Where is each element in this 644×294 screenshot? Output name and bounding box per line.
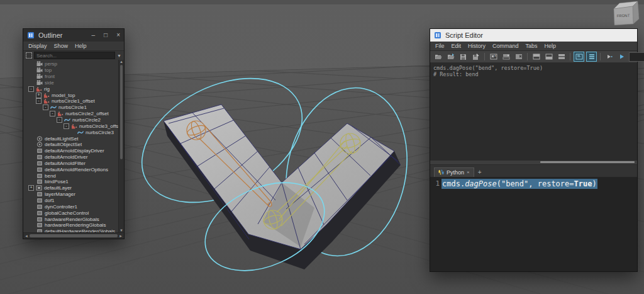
se-menu-file[interactable]: File xyxy=(435,43,445,49)
outliner-item-bend[interactable]: bend xyxy=(23,172,124,179)
outliner-menu-help[interactable]: Help xyxy=(75,43,87,49)
scroll-left-icon[interactable]: ◄ xyxy=(25,234,28,238)
scroll-right-icon[interactable]: ► xyxy=(119,234,123,238)
outliner-item-front[interactable]: front xyxy=(23,74,124,80)
selected-code-text[interactable]: cmds.dagPose("bend", restore=True) xyxy=(441,179,597,189)
outliner-item-bindPose1[interactable]: bindPose1 xyxy=(23,179,124,185)
set-icon xyxy=(36,142,43,147)
clear-all-button[interactable] xyxy=(513,52,524,62)
scroll-down-icon[interactable]: ▼ xyxy=(119,229,123,232)
outliner-item-hardwareRenderingGlobals[interactable]: hardwareRenderingGlobals xyxy=(23,222,124,229)
se-menu-history[interactable]: History xyxy=(468,43,486,49)
open-script-button[interactable] xyxy=(433,52,443,62)
outliner-item-globalCacheControl[interactable]: globalCacheControl xyxy=(23,210,124,216)
outliner-item-dynController1[interactable]: dynController1 xyxy=(23,203,124,210)
outliner-item-defaultArnoldDriver[interactable]: defaultArnoldDriver xyxy=(23,154,124,161)
outliner-item-nurbsCircle2_offset[interactable]: -nurbsCircle2_offset xyxy=(23,111,124,117)
execute-all-button[interactable] xyxy=(616,52,627,62)
outliner-vertical-scrollbar[interactable]: ▲ ▼ xyxy=(118,60,124,232)
tab-close-icon[interactable]: × xyxy=(467,169,470,175)
outliner-item-rig[interactable]: -rig xyxy=(23,86,124,92)
outliner-item-defaultObjectSet[interactable]: defaultObjectSet xyxy=(23,142,124,148)
clear-history-button[interactable] xyxy=(501,52,511,62)
expand-icon[interactable]: + xyxy=(28,185,34,191)
splitter-grip[interactable] xyxy=(540,161,635,163)
outliner-item-nurbsCircle2[interactable]: -nurbsCircle2 xyxy=(23,117,124,123)
script-editor-titlebar[interactable]: Script Editor xyxy=(430,29,637,42)
script-editor-window[interactable]: Script Editor FileEditHistoryCommandTabs… xyxy=(430,28,638,272)
outliner-window[interactable]: Outliner – □ × DisplayShowHelp ▼ perspto… xyxy=(23,28,125,239)
toolbar-separator xyxy=(484,53,485,60)
se-menu-tabs[interactable]: Tabs xyxy=(526,43,538,49)
outliner-title: Outliner xyxy=(38,31,63,39)
tab-python[interactable]: Python × xyxy=(434,167,474,177)
save-script-button[interactable] xyxy=(458,52,469,62)
node-icon xyxy=(36,173,43,179)
outliner-item-defaultArnoldFilter[interactable]: defaultArnoldFilter xyxy=(23,161,124,167)
outliner-item-nurbsCircle1[interactable]: -nurbsCircle1 xyxy=(23,105,124,111)
script-input-pane[interactable]: 1 cmds.dagPose("bend", restore=True) xyxy=(430,178,637,272)
outliner-horizontal-scrollbar[interactable]: ◄ ► xyxy=(23,232,124,239)
source-script-button[interactable] xyxy=(445,52,456,62)
outliner-item-defaultLayer[interactable]: +defaultLayer xyxy=(23,185,124,191)
collapse-icon[interactable]: - xyxy=(28,86,34,92)
collapse-icon[interactable]: - xyxy=(50,111,55,116)
collapse-icon[interactable]: - xyxy=(57,117,62,123)
script-tab-strip: Python × + xyxy=(430,165,637,178)
clear-input-button[interactable]: x xyxy=(488,52,499,62)
collapse-icon[interactable]: - xyxy=(43,105,48,110)
viewcube[interactable]: FRONT xyxy=(614,1,639,25)
echo-commands-icon xyxy=(575,54,583,60)
outliner-item-hardwareRenderGlobals[interactable]: hardwareRenderGlobals xyxy=(23,216,124,222)
outliner-item-persp[interactable]: persp xyxy=(23,61,124,67)
outliner-list[interactable]: persptopfrontside-rig+model_top-nurbsCir… xyxy=(23,60,124,232)
code-line-1[interactable]: 1 cmds.dagPose("bend", restore=True) xyxy=(430,179,637,189)
expand-icon[interactable]: + xyxy=(36,93,42,98)
outliner-item-nurbsCircle3[interactable]: nurbsCircle3 xyxy=(23,129,124,135)
tab-python-label: Python xyxy=(447,169,464,176)
scroll-up-icon[interactable]: ▲ xyxy=(119,60,123,64)
outliner-item-layerManager[interactable]: layerManager xyxy=(23,191,124,198)
script-history-pane[interactable]: cmds.dagPose("bend", restore=True)# Resu… xyxy=(430,63,637,160)
outliner-item-nurbsCircle3_offset[interactable]: -nurbsCircle3_offset xyxy=(23,123,124,129)
outliner-menu-display[interactable]: Display xyxy=(28,43,47,49)
outliner-search-input[interactable] xyxy=(34,52,115,59)
collapse-icon[interactable]: - xyxy=(36,98,42,104)
toolbar-search-input[interactable] xyxy=(629,52,644,62)
se-menu-help[interactable]: Help xyxy=(545,43,557,49)
collapse-icon[interactable]: - xyxy=(64,123,69,129)
outliner-item-defaultHardwareRenderGlobals[interactable]: defaultHardwareRenderGlobals xyxy=(23,229,124,232)
outliner-item-dof1[interactable]: dof1 xyxy=(23,198,124,204)
close-button[interactable]: × xyxy=(116,32,120,38)
outliner-item-nurbsCircle1_offset[interactable]: -nurbsCircle1_offset xyxy=(23,98,124,105)
se-menu-edit[interactable]: Edit xyxy=(452,43,462,49)
history-line-cmds-dagpose-bend-restore-true: cmds.dagPose("bend", restore=True) xyxy=(433,65,634,71)
scrollbar-thumb[interactable] xyxy=(30,234,118,237)
outliner-item-defaultLightSet[interactable]: defaultLightSet xyxy=(23,135,124,142)
save-script-to-shelf-button[interactable] xyxy=(470,52,481,62)
pane-splitter[interactable] xyxy=(430,160,637,165)
echo-all-commands-toggle[interactable] xyxy=(574,52,584,62)
outliner-item-label: nurbsCircle3 xyxy=(86,130,114,135)
outliner-item-side[interactable]: side xyxy=(23,80,124,86)
scrollbar-thumb[interactable] xyxy=(120,65,123,159)
show-history-pane-button[interactable] xyxy=(531,52,541,62)
outliner-item-top[interactable]: top xyxy=(23,67,124,74)
show-input-pane-button[interactable] xyxy=(543,52,554,62)
outliner-menu-show[interactable]: Show xyxy=(54,43,69,49)
outliner-titlebar[interactable]: Outliner – □ × xyxy=(23,29,124,42)
outliner-item-label: layerManager xyxy=(45,191,75,197)
outliner-item-defaultArnoldRenderOptions[interactable]: defaultArnoldRenderOptions xyxy=(23,166,124,172)
se-menu-command[interactable]: Command xyxy=(492,43,519,49)
search-options-chevron-icon[interactable]: ▼ xyxy=(117,54,121,58)
outliner-item-model_top[interactable]: +model_top xyxy=(23,92,124,98)
node-icon xyxy=(36,161,43,166)
new-tab-button[interactable]: + xyxy=(478,169,482,177)
selection-filter-icon[interactable] xyxy=(26,52,32,59)
maximize-button[interactable]: □ xyxy=(104,32,108,38)
minimize-button[interactable]: – xyxy=(92,32,96,38)
show-line-numbers-toggle[interactable] xyxy=(586,52,597,62)
execute-button[interactable] xyxy=(604,52,614,62)
outliner-item-defaultArnoldDisplayDriver[interactable]: defaultArnoldDisplayDriver xyxy=(23,148,124,154)
show-both-panes-button[interactable] xyxy=(556,52,567,62)
